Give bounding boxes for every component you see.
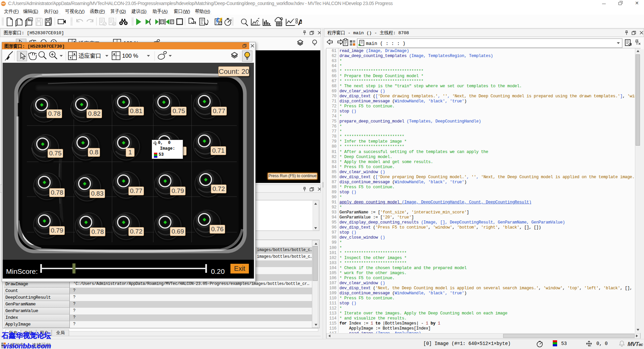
svg-text:A: A bbox=[298, 18, 302, 27]
svg-text:R: R bbox=[589, 345, 591, 347]
svg-text:R: R bbox=[155, 144, 157, 145]
svg-text:适应窗口: 适应窗口 bbox=[78, 53, 101, 59]
svg-text:100 %: 100 % bbox=[122, 53, 138, 59]
svg-text:Ex: Ex bbox=[29, 18, 32, 21]
svg-text:main ( : : : ): main ( : : : ) bbox=[366, 41, 406, 46]
